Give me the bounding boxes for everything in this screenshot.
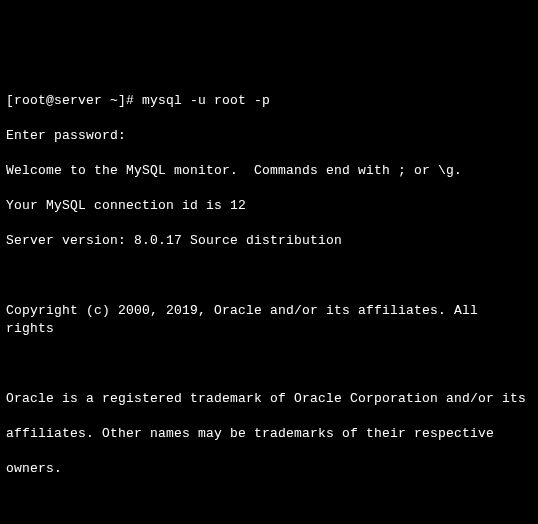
welcome-message: Welcome to the MySQL monitor. Commands e… <box>6 162 532 180</box>
blank-line <box>6 267 532 285</box>
trademark-line-3: owners. <box>6 460 532 478</box>
trademark-line-2: affiliates. Other names may be trademark… <box>6 425 532 443</box>
shell-prompt-line: [root@server ~]# mysql -u root -p <box>6 92 532 110</box>
connection-id: Your MySQL connection id is 12 <box>6 197 532 215</box>
server-version: Server version: 8.0.17 Source distributi… <box>6 232 532 250</box>
trademark-line-1: Oracle is a registered trademark of Orac… <box>6 390 532 408</box>
password-prompt: Enter password: <box>6 127 532 145</box>
terminal-output: [root@server ~]# mysql -u root -p Enter … <box>6 74 532 524</box>
copyright-line: Copyright (c) 2000, 2019, Oracle and/or … <box>6 302 532 337</box>
shell-prompt: [root@server ~]# <box>6 93 142 108</box>
mysql-login-command: mysql -u root -p <box>142 93 270 108</box>
blank-line <box>6 355 532 373</box>
blank-line <box>6 495 532 513</box>
